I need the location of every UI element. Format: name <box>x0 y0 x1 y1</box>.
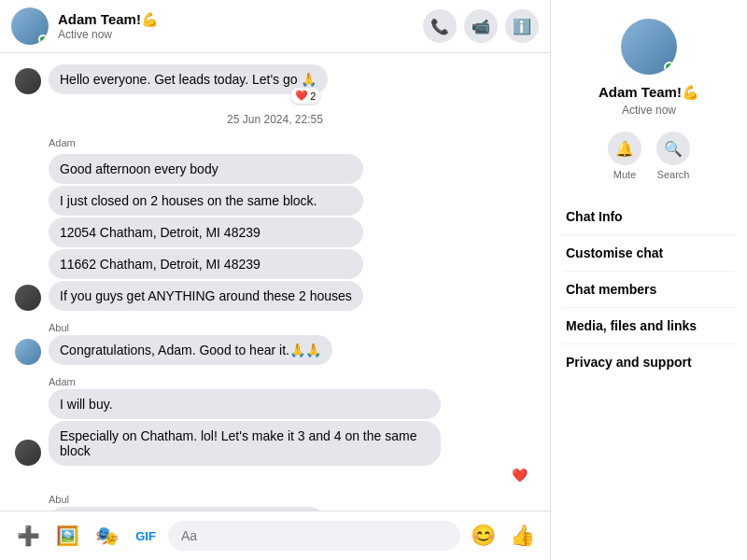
list-item: Hello everyone. Get leads today. Let's g… <box>15 64 535 94</box>
avatar <box>15 285 41 311</box>
sender-label: Abul <box>49 494 535 505</box>
list-item: Adam I will buy. Especially on Chatham. … <box>15 376 535 483</box>
rp-name: Adam Team!💪 <box>599 84 699 101</box>
info-button[interactable]: ℹ️ <box>505 9 539 43</box>
video-button[interactable]: 📹 <box>464 9 498 43</box>
message-bubble: I just closed on 2 houses on the same bl… <box>49 186 363 216</box>
chat-header: Adam Team!💪 Active now 📞 📹 ℹ️ <box>0 0 550 53</box>
mute-label: Mute <box>613 169 636 180</box>
header-avatar <box>11 7 49 45</box>
messages-area: Hello everyone. Get leads today. Let's g… <box>0 53 550 511</box>
right-panel: Adam Team!💪 Active now 🔔 Mute 🔍 Search C… <box>551 0 747 560</box>
bubble-col: I will buy. Especially on Chatham. lol! … <box>49 389 441 466</box>
rp-status: Active now <box>622 104 676 117</box>
chat-status: Active now <box>58 28 423 41</box>
message-bubble: If you guys get ANYTHING around these 2 … <box>49 281 363 311</box>
rp-menu: Chat Info Customise chat Chat members Me… <box>562 199 736 380</box>
message-bubble: 12054 Chatham, Detroit, MI 48239 <box>49 217 363 247</box>
message-input[interactable] <box>168 521 460 551</box>
input-bar: ➕ 🖼️ 🎭 GIF 😊 👍 <box>0 511 550 560</box>
sticker-button[interactable]: 🎭 <box>90 519 123 553</box>
rp-avatar <box>621 19 677 75</box>
search-label: Search <box>657 169 690 180</box>
heart-reaction: ❤️ <box>15 468 528 483</box>
search-button[interactable]: 🔍 Search <box>656 132 690 180</box>
sender-label: Adam <box>49 376 535 387</box>
list-item: Good afternoon every body I just closed … <box>15 154 535 311</box>
sender-label: Abul <box>49 322 535 333</box>
online-indicator <box>38 35 48 44</box>
bubble-group: Congratulations, Adam. Good to hear it.🙏… <box>15 335 535 365</box>
chat-name: Adam Team!💪 <box>58 11 423 28</box>
avatar <box>15 339 41 365</box>
bubble-col: Good afternoon every body I just closed … <box>49 154 363 311</box>
message-bubble: Hello everyone. Get leads today. Let's g… <box>49 64 328 94</box>
header-actions: 📞 📹 ℹ️ <box>423 9 539 43</box>
emoji-button[interactable]: 😊 <box>466 519 500 553</box>
search-icon: 🔍 <box>656 132 690 165</box>
menu-item-chat-members[interactable]: Chat members <box>562 272 736 308</box>
reaction-badge: ❤️ 2 <box>290 88 320 104</box>
message-bubble: Especially on Chatham. lol! Let's make i… <box>49 421 441 466</box>
date-divider: 25 Jun 2024, 22:55 <box>15 113 535 126</box>
menu-item-media-files[interactable]: Media, files and links <box>562 308 736 344</box>
phone-button[interactable]: 📞 <box>423 9 457 43</box>
mute-button[interactable]: 🔔 Mute <box>608 132 641 180</box>
add-button[interactable]: ➕ <box>11 519 45 553</box>
avatar <box>15 440 41 466</box>
header-info: Adam Team!💪 Active now <box>58 11 423 41</box>
message-bubble: Good afternoon every body <box>49 154 363 184</box>
list-item: Abul Congratulations, Adam. Good to hear… <box>15 322 535 365</box>
gif-button[interactable]: GIF <box>129 519 162 553</box>
rp-online-dot <box>664 62 675 73</box>
image-button[interactable]: 🖼️ <box>50 519 84 553</box>
menu-item-customise-chat[interactable]: Customise chat <box>562 235 736 272</box>
list-item: Abul Hell yeah. Let's go. We are so exci… <box>15 494 535 511</box>
like-button[interactable]: 👍 <box>505 519 539 553</box>
message-bubble: Congratulations, Adam. Good to hear it.🙏… <box>49 335 332 365</box>
message-bubble: 11662 Chatham, Detroit, MI 48239 <box>49 249 363 279</box>
avatar <box>15 68 41 94</box>
menu-item-chat-info[interactable]: Chat Info <box>562 199 736 235</box>
rp-actions: 🔔 Mute 🔍 Search <box>608 132 690 180</box>
sender-label: Adam <box>49 137 535 148</box>
menu-item-privacy-support[interactable]: Privacy and support <box>562 344 736 380</box>
message-bubble: I will buy. <box>49 389 441 419</box>
bubble-group: I will buy. Especially on Chatham. lol! … <box>15 389 535 466</box>
mute-icon: 🔔 <box>608 132 641 165</box>
